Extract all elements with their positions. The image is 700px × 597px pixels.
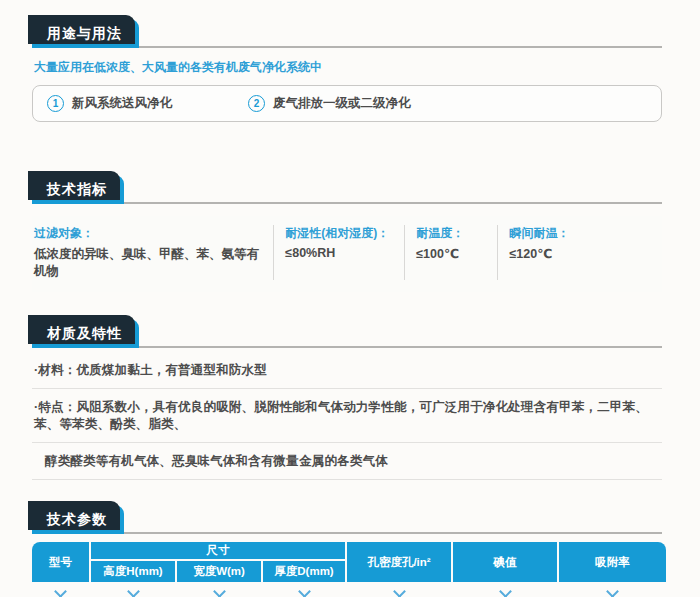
parameters-table: 型号 尺寸 高度H(mm) 宽度W(m) 厚度D(mm) 孔密度孔/in² 碘值… <box>32 542 662 597</box>
chevron-down-icon <box>54 585 67 597</box>
table-header-iodine: 碘值 <box>453 542 557 582</box>
usage-item-text: 新风系统送风净化 <box>72 95 172 112</box>
parameters-title-badge: 技术参数 <box>32 505 124 534</box>
section-material: 材质及特性 ·材料：优质煤加黏土，有普通型和防水型 ·特点：风阻系数小，具有优良… <box>32 318 662 480</box>
usage-subtitle: 大量应用在低浓度、大风量的各类有机废气净化系统中 <box>34 59 662 76</box>
spec-temperature: 耐温度： ≤100℃ <box>404 225 497 280</box>
material-line: 醇类醛类等有机气体、恶臭味气体和含有微量金属的各类气体 <box>32 443 662 480</box>
spec-humidity: 耐湿性(相对湿度)： ≤80%RH <box>273 225 404 280</box>
chevron-cell <box>453 584 557 597</box>
spec-value: ≤100℃ <box>416 246 489 261</box>
table-header-pore-density: 孔密度孔/in² <box>347 542 451 582</box>
circled-number-2-icon: 2 <box>248 95 265 112</box>
table-header-model: 型号 <box>32 542 89 582</box>
usage-title: 用途与用法 <box>47 25 122 41</box>
material-lines: ·材料：优质煤加黏土，有普通型和防水型 ·特点：风阻系数小，具有优良的吸附、脱附… <box>32 352 662 480</box>
chevron-cell <box>91 584 175 597</box>
section-indicators-header: 技术指标 <box>32 174 662 204</box>
chevron-down-icon <box>127 585 140 597</box>
section-parameters-header: 技术参数 <box>32 504 662 534</box>
spec-instant-temperature: 瞬间耐温： ≤120℃ <box>497 225 662 280</box>
section-material-header: 材质及特性 <box>32 318 662 348</box>
material-title-badge: 材质及特性 <box>32 319 139 348</box>
material-title: 材质及特性 <box>47 325 122 341</box>
table-header-size-group: 尺寸 <box>91 542 345 559</box>
usage-item: 2 废气排放一级或二级净化 <box>248 95 411 112</box>
table-header-adsorption: 吸附率 <box>559 542 666 582</box>
chevron-cell <box>263 584 345 597</box>
circled-number-1-icon: 1 <box>47 95 64 112</box>
chevron-cell <box>32 584 89 597</box>
chevron-down-icon <box>606 585 619 597</box>
usage-item: 1 新风系统送风净化 <box>47 95 172 112</box>
section-usage: 用途与用法 大量应用在低浓度、大风量的各类有机废气净化系统中 1 新风系统送风净… <box>32 18 662 122</box>
chevron-down-icon <box>213 585 226 597</box>
table-header-height: 高度H(mm) <box>91 561 175 582</box>
chevron-cell <box>177 584 261 597</box>
chevron-down-icon <box>298 585 311 597</box>
parameters-title: 技术参数 <box>47 511 107 527</box>
chevron-down-icon <box>393 585 406 597</box>
spec-value: ≤120℃ <box>509 246 654 261</box>
indicators-title-badge: 技术指标 <box>32 175 124 204</box>
spec-label: 耐温度： <box>416 225 489 242</box>
page-content: 用途与用法 大量应用在低浓度、大风量的各类有机废气净化系统中 1 新风系统送风净… <box>0 0 694 597</box>
spec-filter-target: 过滤对象： 低浓度的异味、臭味、甲醛、苯、氨等有机物 <box>32 225 273 280</box>
spec-value: ≤80%RH <box>285 246 396 260</box>
section-parameters: 技术参数 型号 尺寸 高度H(mm) 宽度W(m) 厚度D(mm) 孔密度孔/i… <box>32 504 662 597</box>
usage-box: 1 新风系统送风净化 2 废气排放一级或二级净化 <box>32 85 662 122</box>
chevron-cell <box>559 584 666 597</box>
spec-label: 耐湿性(相对湿度)： <box>285 225 396 242</box>
chevron-cell <box>347 584 451 597</box>
chevron-down-icon <box>499 585 512 597</box>
spec-label: 瞬间耐温： <box>509 225 654 242</box>
spec-label: 过滤对象： <box>34 225 265 242</box>
usage-title-badge: 用途与用法 <box>32 19 139 48</box>
spec-row: 过滤对象： 低浓度的异味、臭味、甲醛、苯、氨等有机物 耐湿性(相对湿度)： ≤8… <box>32 216 662 292</box>
section-indicators: 技术指标 过滤对象： 低浓度的异味、臭味、甲醛、苯、氨等有机物 耐湿性(相对湿度… <box>32 174 662 292</box>
indicators-title: 技术指标 <box>47 181 107 197</box>
table-header-width: 宽度W(m) <box>177 561 261 582</box>
usage-item-text: 废气排放一级或二级净化 <box>273 95 411 112</box>
spec-value: 低浓度的异味、臭味、甲醛、苯、氨等有机物 <box>34 246 265 280</box>
table-header-thickness: 厚度D(mm) <box>263 561 345 582</box>
section-usage-header: 用途与用法 <box>32 18 662 48</box>
material-line: ·材料：优质煤加黏土，有普通型和防水型 <box>32 352 662 389</box>
material-line: ·特点：风阻系数小，具有优良的吸附、脱附性能和气体动力学性能，可广泛用于净化处理… <box>32 389 662 443</box>
